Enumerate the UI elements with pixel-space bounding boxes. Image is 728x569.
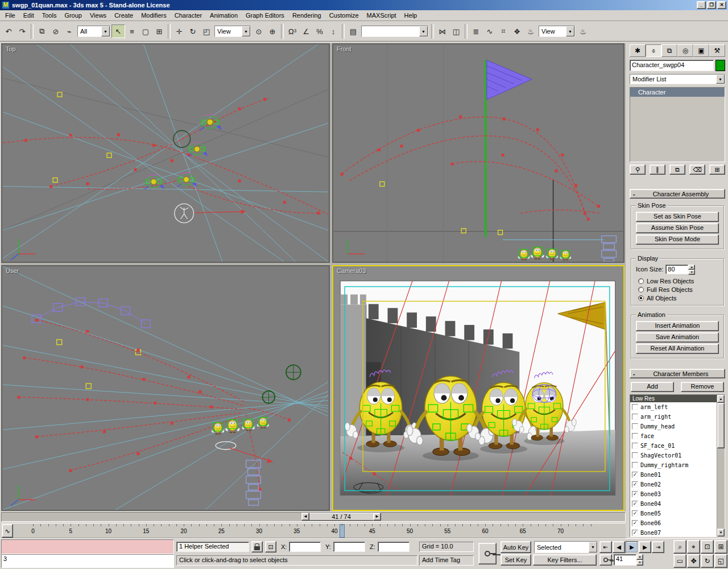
insert-animation-button[interactable]: Insert Animation xyxy=(636,321,719,331)
spinner-snap-toggle-icon[interactable]: ↕ xyxy=(326,24,340,38)
key-filter-scope-dropdown[interactable]: Selected ▼ xyxy=(534,541,598,553)
menu-customize[interactable]: Customize xyxy=(325,11,363,20)
member-checkbox[interactable]: ✓ xyxy=(632,491,638,497)
remove-member-button[interactable]: Remove xyxy=(681,382,724,392)
create-tab-icon[interactable]: ✱ xyxy=(630,44,646,57)
assume-skin-pose-button[interactable]: Assume Skin Pose xyxy=(636,223,719,233)
skin-pose-mode-button[interactable]: Skin Pose Mode xyxy=(636,234,719,245)
auto-key-button[interactable]: Auto Key xyxy=(500,541,531,553)
mirror-icon[interactable]: ⋈ xyxy=(436,24,449,38)
member-checkbox[interactable] xyxy=(632,404,638,410)
unlink-selection-icon[interactable]: ⊘ xyxy=(49,24,63,38)
macro-recorder-pane[interactable] xyxy=(1,539,174,554)
reference-coordinate-system-dropdown[interactable]: View▼ xyxy=(214,26,251,37)
chevron-down-icon[interactable]: ▼ xyxy=(566,26,574,36)
object-name-field[interactable]: Character_swgp04 xyxy=(630,60,714,71)
percent-snap-toggle-icon[interactable]: % xyxy=(313,24,326,38)
time-slider-thumb[interactable]: ◄ 41 / 74 ► xyxy=(301,513,381,521)
bind-to-space-warp-icon[interactable]: ⌁ xyxy=(63,24,76,38)
current-frame-field[interactable]: 41 xyxy=(614,554,636,566)
menu-create[interactable]: Create xyxy=(110,11,137,20)
rollout-character-assembly[interactable]: - Character Assembly xyxy=(630,189,725,199)
remove-modifier-icon[interactable]: ⌫ xyxy=(689,164,705,175)
save-animation-button[interactable]: Save Animation xyxy=(636,332,719,343)
chevron-down-icon[interactable]: ▼ xyxy=(242,26,250,36)
trackbar-filter-button[interactable]: ∿ xyxy=(2,524,13,538)
viewport-top-label[interactable]: Top xyxy=(6,46,16,52)
region-zoom-icon[interactable]: ▭ xyxy=(673,554,686,568)
front-viewport-canvas[interactable] xyxy=(333,44,623,262)
set-as-skin-pose-button[interactable]: Set as Skin Pose xyxy=(636,212,719,222)
zoom-extents-icon[interactable]: ⊡ xyxy=(701,540,714,554)
modifier-stack-item[interactable]: Character xyxy=(630,88,725,97)
member-item[interactable]: ✓Bone02 xyxy=(630,480,717,489)
angle-snap-toggle-icon[interactable]: ∠ xyxy=(299,24,313,38)
top-viewport-canvas[interactable] xyxy=(2,44,329,262)
member-checkbox[interactable]: ✓ xyxy=(632,510,638,517)
modifier-list-dropdown[interactable]: Modifier List ▼ xyxy=(630,74,725,84)
zoom-all-icon[interactable]: ⌖ xyxy=(687,540,700,554)
render-type-dropdown[interactable]: View▼ xyxy=(539,26,575,37)
radio-icon[interactable] xyxy=(638,287,644,292)
named-selection-sets-dropdown[interactable]: ▼ xyxy=(361,26,428,37)
key-filters-button[interactable]: Key Filters... xyxy=(533,554,597,566)
radio-icon[interactable] xyxy=(638,295,644,301)
spinner-up-icon[interactable]: ▲ xyxy=(688,265,695,270)
select-and-move-icon[interactable]: ✛ xyxy=(172,24,186,38)
menu-group[interactable]: Group xyxy=(60,11,86,20)
viewport-camera-label[interactable]: Camera03 xyxy=(337,267,366,274)
menu-edit[interactable]: Edit xyxy=(19,11,38,20)
member-item[interactable]: ✓Bone06 xyxy=(630,518,717,528)
quick-render-icon[interactable]: ♨ xyxy=(576,24,590,38)
member-item[interactable]: ✓Bone01 xyxy=(630,470,717,480)
viewport-front[interactable]: Front xyxy=(332,43,624,263)
redo-icon[interactable]: ↷ xyxy=(15,24,29,38)
select-object-icon[interactable]: ↖ xyxy=(111,24,125,38)
viewport-camera[interactable]: Camera03 xyxy=(332,265,624,511)
member-checkbox[interactable]: ✓ xyxy=(632,520,638,526)
y-coordinate-field[interactable] xyxy=(333,542,365,552)
absolute-mode-toggle-button[interactable]: ⊡ xyxy=(265,541,276,552)
members-list-header[interactable]: Low Res xyxy=(630,395,717,402)
window-crossing-icon[interactable]: ⊞ xyxy=(152,24,166,38)
spinner-down-icon[interactable]: ▼ xyxy=(688,270,695,275)
menu-character[interactable]: Character xyxy=(171,11,206,20)
member-checkbox[interactable] xyxy=(632,433,638,439)
spinner-down-icon[interactable]: ▼ xyxy=(636,560,643,566)
member-item[interactable]: SF_face_01 xyxy=(630,441,717,451)
go-to-end-button[interactable]: ⇥ xyxy=(652,541,664,553)
member-checkbox[interactable] xyxy=(632,462,638,468)
edit-named-selection-sets-icon[interactable]: ▤ xyxy=(346,24,360,38)
snap-toggle-3d-icon[interactable]: Ω³ xyxy=(286,24,299,38)
object-color-swatch[interactable] xyxy=(715,60,725,71)
minimize-button[interactable]: _ xyxy=(697,1,706,9)
selection-filter-dropdown[interactable]: All▼ xyxy=(77,26,110,37)
modify-tab-icon[interactable]: ⌽ xyxy=(646,44,661,57)
select-and-link-icon[interactable]: ⧉ xyxy=(35,24,49,38)
menu-animation[interactable]: Animation xyxy=(206,11,242,20)
member-item[interactable]: Dummy_head xyxy=(630,422,717,431)
member-item[interactable]: ✓Bone05 xyxy=(630,509,717,518)
chevron-down-icon[interactable]: ▼ xyxy=(419,26,428,36)
member-checkbox[interactable] xyxy=(632,443,638,449)
member-item[interactable]: ✓Bone07 xyxy=(630,528,717,537)
motion-tab-icon[interactable]: ◎ xyxy=(677,44,693,57)
zoom-icon[interactable]: ⌕ xyxy=(673,540,686,554)
modifier-stack[interactable]: Character xyxy=(630,87,725,162)
pan-icon[interactable]: ✥ xyxy=(687,554,700,568)
maximize-button[interactable]: ❐ xyxy=(707,1,716,9)
rollout-character-members[interactable]: - Character Members xyxy=(630,369,725,378)
maxscript-listener-pane[interactable]: 3 xyxy=(1,554,174,568)
radio-all-objects[interactable]: All Objects xyxy=(634,294,721,302)
member-checkbox[interactable]: ✓ xyxy=(632,501,638,507)
member-checkbox[interactable] xyxy=(632,452,638,459)
menu-help[interactable]: Help xyxy=(400,11,421,20)
track-bar[interactable]: ∿ 0510152025303540455055606570 xyxy=(1,523,626,538)
material-editor-icon[interactable]: ❖ xyxy=(510,24,524,38)
configure-modifier-sets-icon[interactable]: ⊞ xyxy=(709,164,725,175)
previous-frame-button[interactable]: ◀ xyxy=(613,541,625,553)
x-coordinate-field[interactable] xyxy=(289,542,321,552)
display-tab-icon[interactable]: ▣ xyxy=(693,44,709,57)
utilities-tab-icon[interactable]: ⚒ xyxy=(709,44,725,57)
member-checkbox[interactable] xyxy=(632,414,638,420)
